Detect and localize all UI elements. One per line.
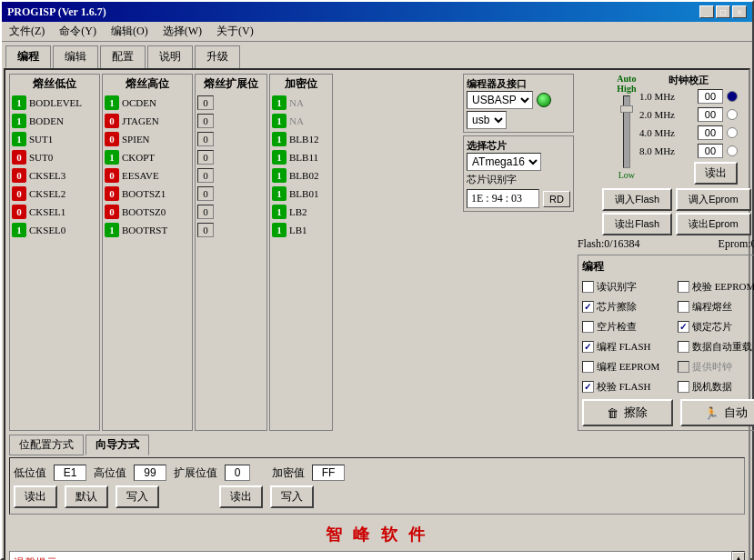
speed-slider-thumb[interactable]	[620, 105, 633, 113]
menu-file[interactable]: 文件(Z)	[5, 22, 48, 41]
fuse-high-bit-2[interactable]: 0	[105, 132, 119, 146]
checkbox-erase-chip[interactable]	[582, 301, 594, 313]
menu-edit[interactable]: 编辑(O)	[107, 22, 152, 41]
scroll-up-arrow[interactable]: ▲	[732, 552, 745, 560]
read-flash-button[interactable]: 读出Flash	[602, 213, 672, 235]
checkbox-prog-fuse[interactable]	[678, 301, 689, 313]
checkbox-verify-flash[interactable]	[582, 381, 594, 393]
fuse-ext-val-2[interactable]: 0	[197, 132, 214, 146]
encrypt-bit-5[interactable]: 1	[272, 186, 287, 201]
fuse-low-bit-6[interactable]: 0	[12, 205, 26, 219]
fuse-ext-val-7[interactable]: 0	[197, 223, 214, 237]
tab-config[interactable]: 配置	[100, 45, 146, 68]
tab-upgrade[interactable]: 升级	[195, 45, 240, 68]
fuse-ext-val-4[interactable]: 0	[197, 168, 214, 183]
fuse-ext-val-3[interactable]: 0	[197, 150, 214, 165]
encrypt-bit-2[interactable]: 1	[272, 132, 287, 146]
read-out-button[interactable]: 读出	[14, 485, 57, 508]
fuse-ext-val-6[interactable]: 0	[197, 205, 214, 219]
checkbox-prog-eeprom[interactable]	[582, 361, 594, 373]
clock-label-0: 1.0 MHz	[639, 91, 694, 102]
close-button[interactable]: ×	[732, 5, 747, 18]
erase-button[interactable]: 🗑 擦除	[582, 399, 673, 426]
low-val-input[interactable]	[54, 465, 86, 481]
mode-tab-wizard[interactable]: 向导方式	[85, 435, 149, 455]
fuse-low-bit-7[interactable]: 1	[12, 223, 26, 237]
fuse-high-bit-6[interactable]: 0	[105, 205, 119, 219]
clock-radio-0[interactable]	[727, 91, 738, 102]
encrypt-bit-0[interactable]: 1	[272, 95, 287, 110]
clock-radio-1[interactable]	[727, 109, 738, 120]
checkbox-blank[interactable]	[582, 321, 594, 333]
fuse-high-bit-1[interactable]: 0	[105, 114, 119, 128]
fuse-low-name-7: CKSEL0	[29, 225, 65, 235]
clock-input-2[interactable]	[698, 125, 723, 140]
fuse-ext-row-2: 0	[197, 130, 265, 148]
fuse-low-bit-5[interactable]: 0	[12, 186, 26, 201]
menu-about[interactable]: 关于(V)	[213, 22, 257, 41]
fuse-high-bit-7[interactable]: 1	[105, 223, 119, 237]
write-button2[interactable]: 写入	[270, 485, 314, 508]
minimize-button[interactable]: _	[699, 5, 714, 18]
high-val-input[interactable]	[134, 465, 166, 481]
encrypt-name-2: BLB12	[289, 134, 318, 145]
clock-read-button[interactable]: 读出	[694, 162, 738, 185]
label-provide-clk: 提供时钟	[692, 360, 732, 374]
fuse-low-bit-4[interactable]: 0	[12, 168, 26, 183]
auto-button[interactable]: 🏃 自动	[680, 399, 754, 426]
fuse-low-bit-2[interactable]: 1	[12, 132, 26, 146]
default-button[interactable]: 默认	[65, 485, 108, 508]
fuse-low-bit-0[interactable]: 1	[12, 95, 26, 110]
clock-input-3[interactable]	[698, 144, 723, 158]
tab-program[interactable]: 编程	[5, 45, 51, 68]
fuse-ext-val-0[interactable]: 0	[197, 95, 214, 110]
menu-command[interactable]: 命令(Y)	[55, 22, 100, 41]
read-out-button2[interactable]: 读出	[219, 485, 263, 508]
ext-val-input[interactable]	[225, 465, 250, 481]
interface-select[interactable]: usb	[467, 111, 507, 129]
speed-slider-track[interactable]	[623, 95, 630, 168]
chip-select[interactable]: ATmega16	[467, 153, 541, 171]
encrypt-bit-4[interactable]: 1	[272, 168, 287, 183]
fuse-high-bit-5[interactable]: 0	[105, 186, 119, 201]
menu-select[interactable]: 选择(W)	[159, 22, 206, 41]
fuse-high-bit-4[interactable]: 0	[105, 168, 119, 183]
programmer-select[interactable]: USBASP	[467, 91, 533, 109]
fuse-ext-val-1[interactable]: 0	[197, 114, 214, 128]
read-chip-id-button[interactable]: RD	[543, 191, 570, 207]
load-flash-button[interactable]: 调入Flash	[602, 188, 672, 211]
fuse-low-row-0: 1 BODLEVEL	[12, 94, 97, 112]
notice-scrollbar-v[interactable]: ▲ ▼	[732, 551, 745, 560]
clock-input-0[interactable]	[698, 89, 723, 104]
load-eprom-button[interactable]: 调入Eprom	[676, 188, 750, 211]
tab-edit[interactable]: 编辑	[53, 45, 98, 68]
check-verify-eeprom: 校验 EEPROM	[678, 277, 754, 295]
encrypt-name-4: BLB02	[289, 170, 318, 181]
checkbox-prog-flash[interactable]	[582, 341, 594, 353]
fuse-low-bit-3[interactable]: 0	[12, 150, 26, 165]
checkbox-verify-eeprom[interactable]	[678, 281, 689, 293]
checkbox-provide-clk[interactable]	[678, 361, 689, 373]
write-button[interactable]: 写入	[116, 485, 159, 508]
clock-input-1[interactable]	[698, 107, 723, 122]
fuse-high-title: 熔丝高位	[105, 76, 190, 92]
encrypt-bit-6[interactable]: 1	[272, 205, 287, 219]
clock-radio-3[interactable]	[727, 145, 738, 156]
fuse-low-bit-1[interactable]: 1	[12, 114, 26, 128]
fuse-ext-val-5[interactable]: 0	[197, 186, 214, 201]
enc-val-input[interactable]	[312, 465, 345, 481]
mode-tab-bit[interactable]: 位配置方式	[9, 435, 84, 455]
checkbox-auto-reload[interactable]	[678, 341, 689, 353]
checkbox-lock-chip[interactable]	[678, 321, 689, 333]
encrypt-bit-3[interactable]: 1	[272, 150, 287, 165]
read-eprom-button[interactable]: 读出Eprom	[676, 213, 750, 235]
checkbox-offline-data[interactable]	[678, 381, 689, 393]
clock-radio-2[interactable]	[727, 127, 738, 138]
encrypt-bit-7[interactable]: 1	[272, 223, 287, 237]
checkbox-read-id[interactable]	[582, 281, 594, 293]
fuse-high-bit-0[interactable]: 1	[105, 95, 119, 110]
encrypt-bit-1[interactable]: 1	[272, 114, 287, 128]
tab-help[interactable]: 说明	[147, 45, 193, 68]
maximize-button[interactable]: □	[716, 5, 730, 18]
fuse-high-bit-3[interactable]: 1	[105, 150, 119, 165]
